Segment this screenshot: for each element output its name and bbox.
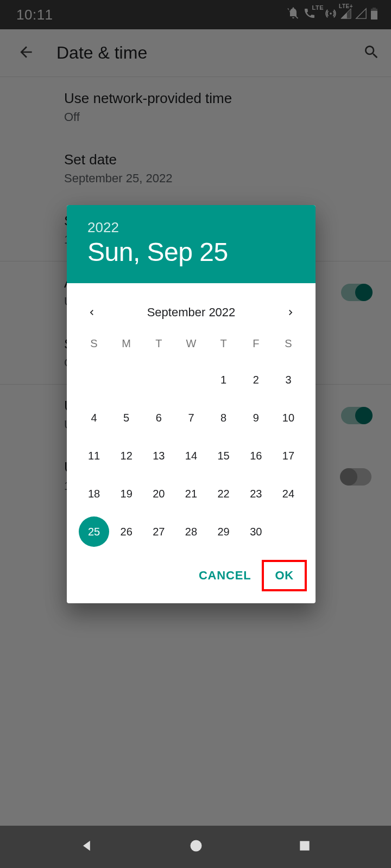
calendar-day[interactable]: 15 xyxy=(209,441,239,471)
date-picker-year[interactable]: 2022 xyxy=(87,219,295,236)
dow-header: S xyxy=(79,335,109,357)
calendar-day[interactable]: 27 xyxy=(143,516,174,547)
dow-header: T xyxy=(143,335,174,357)
calendar-day[interactable]: 23 xyxy=(241,478,271,509)
dow-header: W xyxy=(176,335,206,357)
month-navigator: September 2022 xyxy=(79,292,304,335)
dow-header: T xyxy=(209,335,239,357)
calendar-day[interactable]: 30 xyxy=(241,516,271,547)
date-picker-header: 2022 Sun, Sep 25 xyxy=(67,205,316,283)
calendar-day[interactable]: 3 xyxy=(273,365,304,395)
calendar-day[interactable]: 6 xyxy=(143,403,174,433)
calendar-day[interactable]: 13 xyxy=(143,441,174,471)
dialog-actions: CANCEL OK xyxy=(67,551,316,603)
calendar-day[interactable]: 26 xyxy=(111,516,142,547)
next-month-button[interactable] xyxy=(282,304,299,321)
calendar-day[interactable]: 19 xyxy=(111,478,142,509)
date-picker-body: September 2022 SMTWTFS123456789101112131… xyxy=(67,283,316,551)
nav-home-icon[interactable] xyxy=(188,838,204,856)
calendar-day[interactable]: 12 xyxy=(111,441,142,471)
month-label: September 2022 xyxy=(147,305,236,320)
calendar-day[interactable]: 2 xyxy=(241,365,271,395)
calendar-day[interactable]: 8 xyxy=(209,403,239,433)
calendar-day[interactable]: 4 xyxy=(79,403,109,433)
calendar-day[interactable]: 7 xyxy=(176,403,206,433)
calendar-day[interactable]: 20 xyxy=(143,478,174,509)
calendar-day[interactable]: 5 xyxy=(111,403,142,433)
calendar-day[interactable]: 11 xyxy=(79,441,109,471)
prev-month-button[interactable] xyxy=(83,304,100,321)
calendar-day[interactable]: 10 xyxy=(273,403,304,433)
date-picker-selected-date[interactable]: Sun, Sep 25 xyxy=(87,237,295,267)
navigation-bar xyxy=(0,826,391,868)
calendar-day[interactable]: 9 xyxy=(241,403,271,433)
calendar-day[interactable]: 21 xyxy=(176,478,206,509)
calendar-day[interactable]: 1 xyxy=(209,365,239,395)
calendar-day[interactable]: 18 xyxy=(79,478,109,509)
calendar-day[interactable]: 17 xyxy=(273,441,304,471)
calendar-day[interactable]: 14 xyxy=(176,441,206,471)
nav-recents-icon[interactable] xyxy=(298,839,312,855)
calendar-day[interactable]: 25 xyxy=(79,516,109,547)
date-picker-dialog: 2022 Sun, Sep 25 September 2022 SMTWTFS1… xyxy=(67,205,316,603)
dow-header: M xyxy=(111,335,142,357)
ok-button[interactable]: OK xyxy=(263,561,306,590)
calendar-day[interactable]: 22 xyxy=(209,478,239,509)
calendar-day[interactable]: 16 xyxy=(241,441,271,471)
svg-rect-1 xyxy=(300,841,309,850)
calendar-day[interactable]: 28 xyxy=(176,516,206,547)
calendar-grid: SMTWTFS123456789101112131415161718192021… xyxy=(79,335,304,547)
dow-header: F xyxy=(241,335,271,357)
calendar-day[interactable]: 29 xyxy=(209,516,239,547)
cancel-button[interactable]: CANCEL xyxy=(187,561,263,590)
dow-header: S xyxy=(273,335,304,357)
svg-point-0 xyxy=(190,840,201,852)
calendar-day[interactable]: 24 xyxy=(273,478,304,509)
nav-back-icon[interactable] xyxy=(79,838,94,856)
